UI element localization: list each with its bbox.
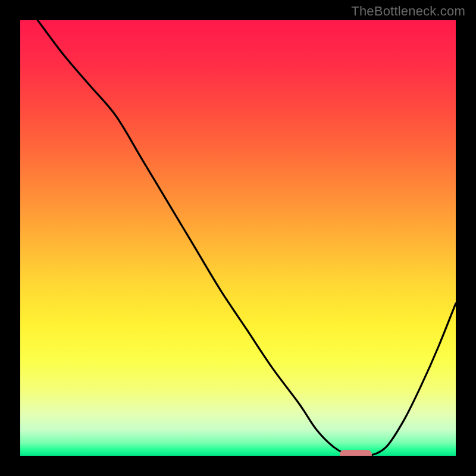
optimal-range-marker (340, 450, 372, 456)
plot-area (20, 20, 456, 456)
watermark-text: TheBottleneck.com (351, 4, 465, 19)
chart-frame: TheBottleneck.com (0, 0, 476, 476)
bottleneck-curve (20, 20, 456, 456)
